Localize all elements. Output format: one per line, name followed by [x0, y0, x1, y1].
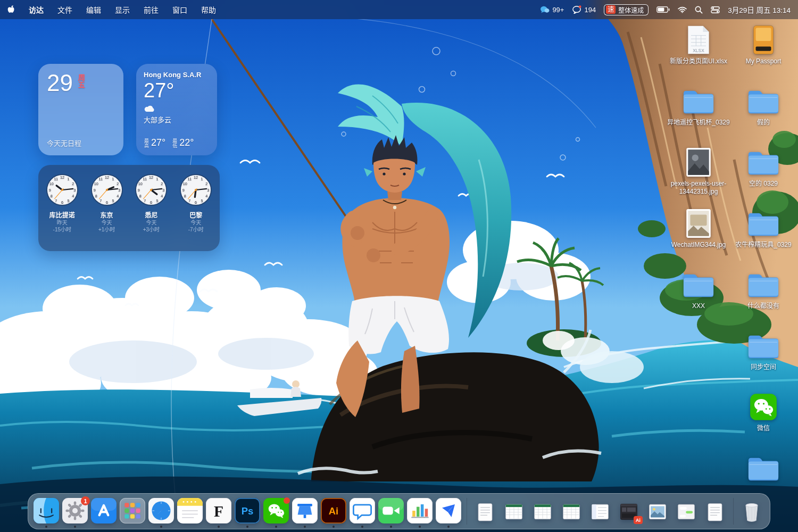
speed-badge-char: 速 [606, 5, 616, 14]
dock-keynote[interactable] [292, 498, 318, 524]
svg-text:9: 9 [182, 188, 185, 193]
dock-app-store[interactable] [91, 498, 117, 524]
desktop-icon-label: 什么都没有 [747, 302, 779, 310]
weather-widget[interactable]: Hong Kong S.A.R 27° 大部多云 最高 27° 最低 22° [136, 64, 217, 155]
desktop-icon-folder-toy[interactable]: 农牛榨精玩具_0329 [730, 208, 797, 249]
calendar-widget[interactable]: 29 周五 今天无日程 [38, 64, 123, 155]
svg-text:7: 7 [55, 198, 57, 203]
menu-view[interactable]: 显示 [115, 4, 130, 15]
dock-finder[interactable] [34, 498, 59, 524]
dock-wechat[interactable] [263, 498, 289, 524]
apple-icon [7, 4, 15, 13]
notification-dot [284, 497, 290, 504]
clock-city: 东京 [101, 210, 113, 219]
folder-icon [747, 330, 780, 361]
dock-chat-app[interactable] [350, 498, 375, 524]
wifi-status[interactable] [678, 6, 687, 13]
list-window-icon [589, 498, 611, 525]
wechat-icon [747, 392, 780, 422]
illustrator-ai-icon: Ai [321, 498, 346, 525]
battery-icon [656, 6, 670, 13]
clock-city: 悉尼 [145, 210, 157, 219]
svg-text:1: 1 [67, 177, 69, 181]
clock-city: 库比提诺 [49, 210, 75, 219]
desktop-icon-label: My Passport [746, 57, 782, 65]
speed-badge[interactable]: 速 整体速成 [604, 4, 649, 15]
apple-menu[interactable] [7, 4, 15, 15]
dock-min-spreadsheet-2[interactable] [530, 498, 555, 524]
menu-file[interactable]: 文件 [57, 4, 72, 15]
dock-numbers[interactable] [407, 498, 433, 524]
spreadsheet-window-icon [503, 498, 525, 525]
desktop-icon-xlsx-file[interactable]: XLSX新版分类页面UI.xlsx [665, 24, 732, 65]
dock-trash[interactable] [739, 498, 764, 524]
world-clock-widget[interactable]: 123456789101112库比提诺昨天-15小时12345678910111… [38, 165, 220, 251]
desktop-icon-label: 假的 [757, 119, 770, 127]
calendar-weekday: 周五 [78, 74, 85, 89]
spotlight-search[interactable] [695, 6, 703, 14]
battery-status[interactable] [656, 6, 670, 13]
svg-text:10: 10 [94, 181, 98, 186]
svg-text:1: 1 [112, 177, 114, 181]
clock-city: 巴黎 [189, 210, 202, 219]
message-unread-status[interactable]: 194 [572, 5, 596, 14]
menu-app-name[interactable]: 访达 [29, 4, 44, 15]
control-center[interactable] [711, 6, 720, 13]
dock-safari[interactable] [148, 498, 174, 524]
trash-icon [739, 498, 764, 525]
menu-go[interactable]: 前往 [144, 4, 159, 15]
desktop-icon-folder-xxx[interactable]: XXX [665, 269, 732, 310]
menu-help[interactable]: 帮助 [201, 4, 216, 15]
desktop-icon-my-passport-drive[interactable]: My Passport [730, 24, 797, 65]
desktop-icon-folder-empty[interactable]: 空的 0329 [730, 147, 797, 188]
dock-teambition[interactable] [436, 498, 461, 524]
desktop-icon-wechat-app[interactable]: 微信 [730, 392, 797, 433]
svg-text:10: 10 [183, 181, 187, 186]
running-indicator [361, 526, 363, 528]
svg-text:11: 11 [98, 177, 103, 181]
dock-min-notes[interactable] [702, 498, 728, 524]
calendar-day: 29 [47, 71, 73, 95]
svg-text:7: 7 [189, 198, 191, 203]
desktop-icon-label: 同步空间 [751, 363, 776, 371]
dock-min-photo[interactable] [645, 498, 670, 524]
desktop-icon-folder-nothing[interactable]: 什么都没有 [730, 269, 797, 310]
dock-illustrator[interactable]: Ai [321, 498, 346, 524]
dock-photoshop[interactable]: Ps [235, 498, 260, 524]
menu-datetime[interactable]: 3月29日 周五 13:14 [728, 4, 791, 15]
running-indicator [390, 526, 392, 528]
running-indicator [45, 526, 47, 528]
dock-launchpad[interactable] [120, 498, 145, 524]
desktop-icon-label: 新版分类页面UI.xlsx [670, 57, 727, 65]
dock-facetime[interactable] [378, 498, 404, 524]
dock-font-app[interactable]: F [206, 498, 231, 524]
speed-badge-label: 整体速成 [618, 5, 644, 14]
desktop-icon-folder-hidden[interactable] [730, 453, 797, 484]
chat-unread-status[interactable]: 99+ [540, 5, 564, 14]
dock-min-chat[interactable] [674, 498, 699, 524]
svg-text:1: 1 [201, 177, 203, 181]
dock-min-document[interactable] [472, 498, 498, 524]
desktop-icon-label: WechatIMG344.jpg [671, 241, 726, 249]
svg-text:10: 10 [138, 181, 143, 186]
svg-text:4: 4 [72, 194, 74, 198]
desktop-icon-wechat-photo[interactable]: WechatIMG344.jpg [665, 208, 732, 249]
folder-icon [747, 453, 780, 484]
dock-system-settings[interactable]: 1 [62, 498, 88, 524]
folder-icon [747, 86, 780, 117]
calendar-no-events: 今天无日程 [47, 138, 115, 148]
cloud-icon [144, 104, 210, 113]
menu-window[interactable]: 窗口 [172, 4, 187, 15]
svg-text:5: 5 [156, 198, 159, 203]
dock-min-list[interactable] [587, 498, 613, 524]
menu-edit[interactable]: 编辑 [86, 4, 101, 15]
dock-min-spreadsheet-1[interactable] [501, 498, 527, 524]
dock-divider [733, 498, 734, 525]
dock-notes[interactable] [177, 498, 203, 524]
dock-min-illustrator[interactable]: Ai [616, 498, 642, 524]
dock-min-spreadsheet-3[interactable] [559, 498, 584, 524]
desktop-icon-folder-sync[interactable]: 同步空间 [730, 330, 797, 371]
desktop-icon-folder-remote[interactable]: 异地遥控飞机杯_0329 [665, 86, 732, 127]
desktop-icon-pexels-photo[interactable]: pexels-pexels-user-13442315.jpg [665, 147, 732, 196]
desktop-icon-folder-fake[interactable]: 假的 [730, 86, 797, 127]
